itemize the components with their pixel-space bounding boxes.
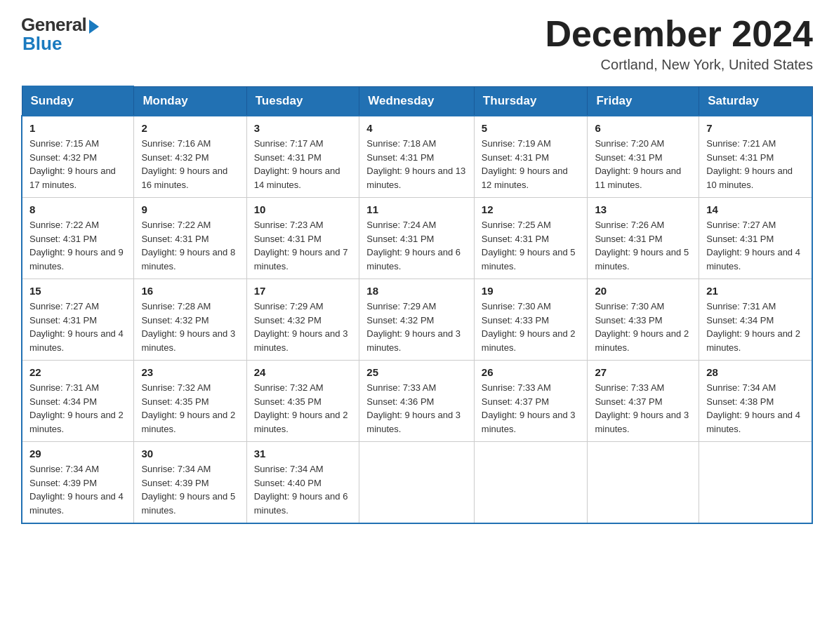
logo-blue-text: Blue bbox=[22, 33, 62, 55]
calendar-cell: 29Sunrise: 7:34 AMSunset: 4:39 PMDayligh… bbox=[22, 442, 134, 524]
calendar-cell: 15Sunrise: 7:27 AMSunset: 4:31 PMDayligh… bbox=[22, 279, 134, 361]
day-info: Sunrise: 7:33 AMSunset: 4:37 PMDaylight:… bbox=[482, 381, 581, 436]
day-info: Sunrise: 7:26 AMSunset: 4:31 PMDaylight:… bbox=[595, 218, 691, 273]
day-number: 28 bbox=[706, 366, 805, 378]
day-number: 26 bbox=[482, 366, 581, 378]
day-number: 29 bbox=[29, 448, 126, 459]
calendar-week-2: 8Sunrise: 7:22 AMSunset: 4:31 PMDaylight… bbox=[22, 198, 812, 279]
day-info: Sunrise: 7:27 AMSunset: 4:31 PMDaylight:… bbox=[29, 300, 126, 354]
day-number: 10 bbox=[254, 203, 352, 215]
day-info: Sunrise: 7:22 AMSunset: 4:31 PMDaylight:… bbox=[141, 218, 239, 273]
day-number: 13 bbox=[595, 203, 691, 215]
day-number: 5 bbox=[482, 122, 581, 134]
day-info: Sunrise: 7:19 AMSunset: 4:31 PMDaylight:… bbox=[482, 137, 581, 192]
day-info: Sunrise: 7:22 AMSunset: 4:31 PMDaylight:… bbox=[29, 218, 126, 273]
calendar-cell: 19Sunrise: 7:30 AMSunset: 4:33 PMDayligh… bbox=[474, 279, 588, 361]
calendar-cell: 27Sunrise: 7:33 AMSunset: 4:37 PMDayligh… bbox=[588, 361, 699, 442]
calendar-table: SundayMondayTuesdayWednesdayThursdayFrid… bbox=[21, 86, 813, 524]
day-info: Sunrise: 7:31 AMSunset: 4:34 PMDaylight:… bbox=[706, 300, 805, 354]
calendar-cell: 12Sunrise: 7:25 AMSunset: 4:31 PMDayligh… bbox=[474, 198, 588, 279]
weekday-header-monday: Monday bbox=[134, 86, 246, 116]
day-number: 8 bbox=[29, 203, 126, 215]
day-info: Sunrise: 7:18 AMSunset: 4:31 PMDaylight:… bbox=[366, 137, 467, 192]
calendar-cell: 17Sunrise: 7:29 AMSunset: 4:32 PMDayligh… bbox=[246, 279, 359, 361]
day-info: Sunrise: 7:15 AMSunset: 4:32 PMDaylight:… bbox=[29, 137, 126, 192]
calendar-cell bbox=[359, 442, 475, 524]
day-info: Sunrise: 7:32 AMSunset: 4:35 PMDaylight:… bbox=[254, 381, 352, 436]
day-number: 11 bbox=[366, 203, 467, 215]
weekday-header-wednesday: Wednesday bbox=[359, 86, 475, 116]
day-info: Sunrise: 7:33 AMSunset: 4:36 PMDaylight:… bbox=[366, 381, 467, 436]
calendar-cell: 1Sunrise: 7:15 AMSunset: 4:32 PMDaylight… bbox=[22, 116, 134, 198]
calendar-cell bbox=[474, 442, 588, 524]
calendar-cell: 14Sunrise: 7:27 AMSunset: 4:31 PMDayligh… bbox=[699, 198, 812, 279]
day-number: 16 bbox=[141, 285, 239, 297]
day-number: 30 bbox=[141, 448, 239, 459]
day-number: 3 bbox=[254, 122, 352, 134]
day-number: 25 bbox=[366, 366, 467, 378]
calendar-cell: 7Sunrise: 7:21 AMSunset: 4:31 PMDaylight… bbox=[699, 116, 812, 198]
day-info: Sunrise: 7:16 AMSunset: 4:32 PMDaylight:… bbox=[141, 137, 239, 192]
day-info: Sunrise: 7:34 AMSunset: 4:40 PMDaylight:… bbox=[254, 462, 352, 517]
logo-arrow-icon bbox=[89, 20, 99, 34]
calendar-cell: 23Sunrise: 7:32 AMSunset: 4:35 PMDayligh… bbox=[134, 361, 246, 442]
day-info: Sunrise: 7:33 AMSunset: 4:37 PMDaylight:… bbox=[595, 381, 691, 436]
day-number: 31 bbox=[254, 448, 352, 459]
day-info: Sunrise: 7:32 AMSunset: 4:35 PMDaylight:… bbox=[141, 381, 239, 436]
calendar-cell bbox=[588, 442, 699, 524]
calendar-cell: 9Sunrise: 7:22 AMSunset: 4:31 PMDaylight… bbox=[134, 198, 246, 279]
day-number: 18 bbox=[366, 285, 467, 297]
calendar-cell: 13Sunrise: 7:26 AMSunset: 4:31 PMDayligh… bbox=[588, 198, 699, 279]
calendar-cell: 18Sunrise: 7:29 AMSunset: 4:32 PMDayligh… bbox=[359, 279, 475, 361]
calendar-cell: 30Sunrise: 7:34 AMSunset: 4:39 PMDayligh… bbox=[134, 442, 246, 524]
day-number: 7 bbox=[706, 122, 805, 134]
calendar-cell: 5Sunrise: 7:19 AMSunset: 4:31 PMDaylight… bbox=[474, 116, 588, 198]
calendar-cell: 21Sunrise: 7:31 AMSunset: 4:34 PMDayligh… bbox=[699, 279, 812, 361]
calendar-cell: 6Sunrise: 7:20 AMSunset: 4:31 PMDaylight… bbox=[588, 116, 699, 198]
day-number: 6 bbox=[595, 122, 691, 134]
calendar-cell: 4Sunrise: 7:18 AMSunset: 4:31 PMDaylight… bbox=[359, 116, 475, 198]
day-info: Sunrise: 7:20 AMSunset: 4:31 PMDaylight:… bbox=[595, 137, 691, 192]
day-number: 12 bbox=[482, 203, 581, 215]
day-info: Sunrise: 7:21 AMSunset: 4:31 PMDaylight:… bbox=[706, 137, 805, 192]
day-number: 4 bbox=[366, 122, 467, 134]
title-block: December 2024 Cortland, New York, United… bbox=[545, 14, 813, 73]
day-number: 9 bbox=[141, 203, 239, 215]
page-header: General Blue December 2024 Cortland, New… bbox=[21, 14, 813, 73]
calendar-cell bbox=[699, 442, 812, 524]
day-info: Sunrise: 7:25 AMSunset: 4:31 PMDaylight:… bbox=[482, 218, 581, 273]
day-info: Sunrise: 7:29 AMSunset: 4:32 PMDaylight:… bbox=[366, 300, 467, 354]
calendar-cell: 25Sunrise: 7:33 AMSunset: 4:36 PMDayligh… bbox=[359, 361, 475, 442]
day-info: Sunrise: 7:29 AMSunset: 4:32 PMDaylight:… bbox=[254, 300, 352, 354]
day-number: 22 bbox=[29, 366, 126, 378]
calendar-cell: 10Sunrise: 7:23 AMSunset: 4:31 PMDayligh… bbox=[246, 198, 359, 279]
calendar-week-1: 1Sunrise: 7:15 AMSunset: 4:32 PMDaylight… bbox=[22, 116, 812, 198]
day-number: 1 bbox=[29, 122, 126, 134]
calendar-week-3: 15Sunrise: 7:27 AMSunset: 4:31 PMDayligh… bbox=[22, 279, 812, 361]
day-info: Sunrise: 7:28 AMSunset: 4:32 PMDaylight:… bbox=[141, 300, 239, 354]
day-number: 23 bbox=[141, 366, 239, 378]
calendar-cell: 31Sunrise: 7:34 AMSunset: 4:40 PMDayligh… bbox=[246, 442, 359, 524]
day-number: 21 bbox=[706, 285, 805, 297]
day-info: Sunrise: 7:34 AMSunset: 4:39 PMDaylight:… bbox=[141, 462, 239, 517]
day-info: Sunrise: 7:34 AMSunset: 4:38 PMDaylight:… bbox=[706, 381, 805, 436]
calendar-cell: 24Sunrise: 7:32 AMSunset: 4:35 PMDayligh… bbox=[246, 361, 359, 442]
day-number: 19 bbox=[482, 285, 581, 297]
day-info: Sunrise: 7:27 AMSunset: 4:31 PMDaylight:… bbox=[706, 218, 805, 273]
day-number: 24 bbox=[254, 366, 352, 378]
day-number: 15 bbox=[29, 285, 126, 297]
day-info: Sunrise: 7:30 AMSunset: 4:33 PMDaylight:… bbox=[482, 300, 581, 354]
day-info: Sunrise: 7:23 AMSunset: 4:31 PMDaylight:… bbox=[254, 218, 352, 273]
calendar-cell: 3Sunrise: 7:17 AMSunset: 4:31 PMDaylight… bbox=[246, 116, 359, 198]
calendar-week-5: 29Sunrise: 7:34 AMSunset: 4:39 PMDayligh… bbox=[22, 442, 812, 524]
logo: General Blue bbox=[21, 14, 99, 55]
calendar-cell: 2Sunrise: 7:16 AMSunset: 4:32 PMDaylight… bbox=[134, 116, 246, 198]
month-title: December 2024 bbox=[545, 14, 813, 54]
day-number: 17 bbox=[254, 285, 352, 297]
day-number: 14 bbox=[706, 203, 805, 215]
calendar-cell: 8Sunrise: 7:22 AMSunset: 4:31 PMDaylight… bbox=[22, 198, 134, 279]
calendar-week-4: 22Sunrise: 7:31 AMSunset: 4:34 PMDayligh… bbox=[22, 361, 812, 442]
calendar-cell: 20Sunrise: 7:30 AMSunset: 4:33 PMDayligh… bbox=[588, 279, 699, 361]
day-info: Sunrise: 7:24 AMSunset: 4:31 PMDaylight:… bbox=[366, 218, 467, 273]
location-text: Cortland, New York, United States bbox=[545, 57, 813, 73]
